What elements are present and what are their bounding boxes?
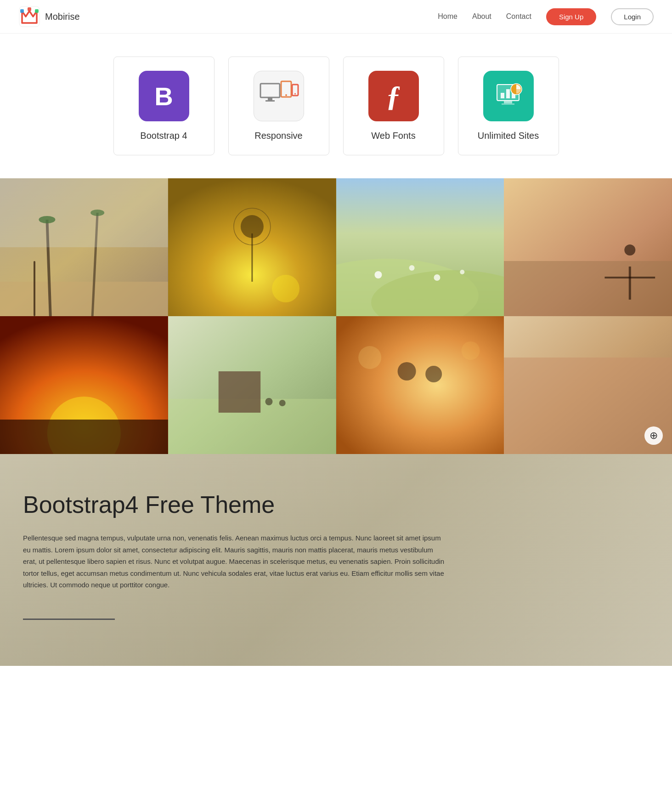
gallery-cell-4[interactable] — [504, 178, 672, 316]
gallery-img-7 — [336, 316, 504, 454]
responsive-icon — [254, 71, 304, 121]
gallery-cell-8[interactable]: ⊕ — [504, 316, 672, 454]
content-divider — [23, 619, 115, 620]
feature-label-responsive: Responsive — [254, 131, 303, 141]
feature-card-responsive: Responsive — [228, 57, 329, 155]
svg-point-59 — [461, 341, 480, 360]
svg-rect-26 — [0, 178, 168, 247]
svg-point-57 — [425, 366, 442, 382]
svg-point-43 — [625, 244, 636, 256]
bootstrap-icon: B — [139, 71, 189, 121]
svg-rect-8 — [265, 100, 275, 102]
gallery-cell-2[interactable] — [168, 178, 336, 316]
nav-home[interactable]: Home — [438, 12, 457, 21]
nav-links: Home About Contact Sign Up Login — [438, 8, 654, 25]
login-button[interactable]: Login — [611, 8, 654, 25]
svg-rect-21 — [0, 282, 168, 316]
svg-rect-18 — [502, 103, 514, 105]
svg-rect-3 — [20, 9, 24, 13]
gallery-img-2 — [168, 178, 336, 316]
brand-link[interactable]: Mobirise — [18, 6, 80, 28]
svg-point-58 — [358, 346, 381, 369]
svg-rect-15 — [506, 89, 510, 98]
svg-rect-5 — [35, 9, 39, 13]
svg-rect-17 — [504, 101, 512, 103]
feature-card-webfonts: ƒ Web Fonts — [343, 57, 444, 155]
webfonts-icon: ƒ — [368, 71, 419, 121]
nav-about[interactable]: About — [472, 12, 491, 21]
gallery-img-6 — [168, 316, 336, 454]
brand-name: Mobirise — [45, 11, 80, 22]
gallery-img-4 — [504, 178, 672, 316]
svg-point-37 — [434, 274, 440, 281]
svg-point-38 — [460, 270, 464, 274]
gallery-img-1 — [0, 178, 168, 316]
gallery-cell-3[interactable] — [336, 178, 504, 316]
gallery-cell-7[interactable] — [336, 316, 504, 454]
svg-rect-7 — [268, 97, 272, 100]
features-section: B Bootstrap 4 Responsive ƒ — [0, 34, 672, 178]
signup-button[interactable]: Sign Up — [546, 8, 596, 25]
unlimited-icon — [483, 71, 534, 121]
svg-rect-48 — [0, 420, 168, 454]
svg-rect-4 — [28, 7, 31, 11]
svg-point-54 — [279, 400, 285, 406]
svg-point-35 — [374, 271, 382, 278]
svg-rect-40 — [504, 261, 672, 316]
gallery-img-3 — [336, 178, 504, 316]
gallery-section: ⊕ — [0, 178, 672, 454]
zoom-button[interactable]: ⊕ — [644, 426, 663, 445]
svg-rect-14 — [501, 93, 504, 98]
svg-point-10 — [285, 94, 287, 96]
feature-card-bootstrap: B Bootstrap 4 — [113, 57, 215, 155]
brand-logo-icon — [18, 6, 40, 28]
svg-rect-55 — [336, 316, 504, 454]
gallery-cell-5[interactable] — [0, 316, 168, 454]
navbar: Mobirise Home About Contact Sign Up Logi… — [0, 0, 672, 34]
nav-contact[interactable]: Contact — [506, 12, 531, 21]
zoom-icon: ⊕ — [649, 430, 658, 442]
gallery-cell-1[interactable] — [0, 178, 168, 316]
gallery-img-5 — [0, 316, 168, 454]
feature-label-bootstrap: Bootstrap 4 — [140, 131, 187, 141]
svg-point-31 — [272, 275, 299, 302]
svg-point-12 — [294, 93, 296, 94]
svg-rect-51 — [218, 371, 260, 413]
content-title: Bootstrap4 Free Theme — [23, 491, 649, 518]
svg-point-53 — [265, 398, 272, 405]
svg-rect-6 — [260, 84, 280, 97]
svg-point-56 — [397, 362, 416, 380]
feature-card-unlimited: Unlimited Sites — [458, 57, 559, 155]
content-section: Bootstrap4 Free Theme Pellentesque sed m… — [0, 454, 672, 666]
svg-point-36 — [409, 265, 414, 271]
content-body: Pellentesque sed magna tempus, vulputate… — [23, 532, 446, 591]
feature-label-unlimited: Unlimited Sites — [478, 131, 539, 141]
feature-label-webfonts: Web Fonts — [371, 131, 415, 141]
gallery-cell-6[interactable] — [168, 316, 336, 454]
